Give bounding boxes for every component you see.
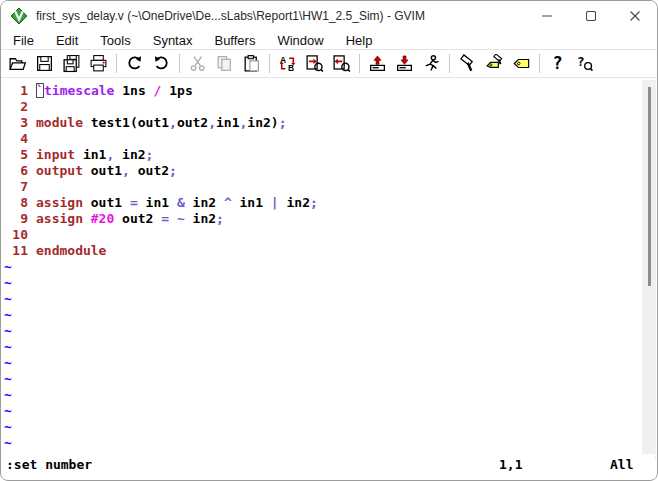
menu-item-help[interactable]: Help [335, 31, 384, 50]
build-tags-icon [485, 54, 504, 73]
tilde-marker: ~ [4, 403, 12, 418]
code-token: 1ns [114, 83, 153, 98]
scrollbar-thumb[interactable] [648, 87, 651, 286]
code-token: ; [279, 115, 287, 130]
code-line-8[interactable]: 8assign out1 = in1 & in2 ^ in1 | in2; [4, 195, 640, 211]
toolbar-find-next-button[interactable] [301, 52, 328, 76]
help-icon: ? [548, 54, 567, 73]
code-lines[interactable]: 1`timescale 1ns / 1ps23module test1(out1… [4, 83, 640, 467]
line-number: 6 [4, 163, 28, 179]
code-line-1[interactable]: 1`timescale 1ns / 1ps [4, 83, 640, 99]
line-number: 11 [4, 243, 28, 259]
menu-item-file[interactable]: File [2, 31, 45, 50]
code-line-4[interactable]: 4 [4, 131, 640, 147]
line-number: 7 [4, 179, 28, 195]
code-token: in1 [75, 147, 106, 162]
line-number: 5 [4, 147, 28, 163]
code-token: , [208, 115, 216, 130]
code-token: , [169, 115, 177, 130]
code-line-11[interactable]: 11endmodule [4, 243, 640, 259]
toolbar-copy-button[interactable] [211, 52, 238, 76]
text-cursor[interactable]: ` [36, 83, 44, 98]
toolbar-find-help-button[interactable]: ? [571, 52, 598, 76]
empty-buffer-line: ~ [4, 307, 640, 323]
line-number: 8 [4, 195, 28, 211]
code-line-7[interactable]: 7 [4, 179, 640, 195]
find-help-icon: ? [575, 54, 594, 73]
code-line-2[interactable]: 2 [4, 99, 640, 115]
code-token: in2 [114, 147, 145, 162]
toolbar-save-all-button[interactable] [58, 52, 85, 76]
code-token: endmodule [36, 243, 106, 258]
code-line-3[interactable]: 3module test1(out1,out2,in1,in2); [4, 115, 640, 131]
code-token: out2 [177, 115, 208, 130]
toolbar-find-replace-button[interactable]: AB [274, 52, 301, 76]
tilde-marker: ~ [4, 419, 12, 434]
menu-item-edit[interactable]: Edit [45, 31, 89, 50]
empty-buffer-line: ~ [4, 259, 640, 275]
window-title: first_sys_delay.v (~\OneDrive\De...sLabs… [36, 9, 425, 23]
toolbar-build-tags-button[interactable] [481, 52, 508, 76]
toolbar-jump-to-tag-button[interactable] [508, 52, 535, 76]
code-token: ~ [177, 211, 185, 226]
close-button[interactable] [613, 1, 657, 31]
line-number: 10 [4, 227, 28, 243]
code-line-10[interactable]: 10 [4, 227, 640, 243]
code-token: ; [169, 163, 177, 178]
toolbar-undo-button[interactable] [121, 52, 148, 76]
run-script-icon [422, 54, 441, 73]
code-token: module [36, 115, 83, 130]
undo-icon [125, 54, 144, 73]
maximize-button[interactable] [569, 1, 613, 31]
title-bar: first_sys_delay.v (~\OneDrive\De...sLabs… [1, 1, 657, 31]
menu-item-buffers[interactable]: Buffers [203, 31, 266, 50]
toolbar-separator [116, 54, 117, 73]
maximize-icon [586, 11, 596, 21]
toolbar-load-session-button[interactable] [364, 52, 391, 76]
code-token [83, 211, 91, 226]
menu-item-syntax[interactable]: Syntax [142, 31, 204, 50]
empty-buffer-line: ~ [4, 355, 640, 371]
command-line-text: :set number [6, 457, 92, 472]
tilde-marker: ~ [4, 387, 12, 402]
code-line-5[interactable]: 5input in1, in2; [4, 147, 640, 163]
toolbar-save-file-button[interactable] [31, 52, 58, 76]
toolbar-paste-button[interactable] [238, 52, 265, 76]
svg-text:?: ? [577, 54, 585, 69]
toolbar-make-button[interactable] [454, 52, 481, 76]
toolbar-run-script-button[interactable] [418, 52, 445, 76]
vertical-scrollbar[interactable] [642, 80, 656, 460]
make-icon [458, 54, 477, 73]
empty-buffer-line: ~ [4, 275, 640, 291]
toolbar-open-file-button[interactable] [4, 52, 31, 76]
scroll-indicator: All [610, 457, 633, 472]
toolbar-help-button[interactable]: ? [544, 52, 571, 76]
toolbar-redo-button[interactable] [148, 52, 175, 76]
code-token: in2 [279, 195, 310, 210]
toolbar-save-session-button[interactable] [391, 52, 418, 76]
code-token: 1ps [161, 83, 192, 98]
menu-item-tools[interactable]: Tools [89, 31, 141, 50]
code-token: input [36, 147, 75, 162]
tilde-marker: ~ [4, 275, 12, 290]
toolbar-separator [179, 54, 180, 73]
code-token: ; [146, 147, 154, 162]
window-controls [525, 1, 657, 31]
code-token: timescale [44, 83, 114, 98]
tilde-marker: ~ [4, 259, 12, 274]
empty-buffer-line: ~ [4, 419, 640, 435]
empty-buffer-line: ~ [4, 435, 640, 451]
empty-buffer-line: ~ [4, 339, 640, 355]
toolbar-find-prev-button[interactable] [328, 52, 355, 76]
paste-icon [242, 54, 261, 73]
code-line-6[interactable]: 6output out1, out2; [4, 163, 640, 179]
code-line-9[interactable]: 9assign #20 out2 = ~ in2; [4, 211, 640, 227]
line-number: 3 [4, 115, 28, 131]
minimize-button[interactable] [525, 1, 569, 31]
toolbar-cut-button[interactable] [184, 52, 211, 76]
toolbar-print-button[interactable] [85, 52, 112, 76]
tilde-marker: ~ [4, 355, 12, 370]
print-icon [89, 54, 108, 73]
menu-item-window[interactable]: Window [266, 31, 334, 50]
editor-area[interactable]: 1`timescale 1ns / 1ps23module test1(out1… [2, 80, 656, 479]
